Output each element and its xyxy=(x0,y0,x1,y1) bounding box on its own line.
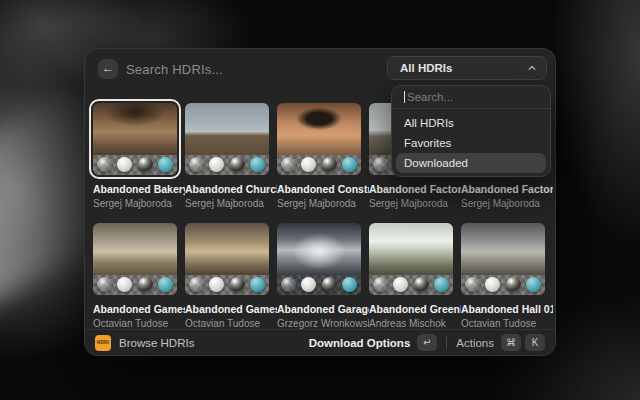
panorama-preview xyxy=(93,223,177,275)
hdri-browser-window: ← Search HDRIs... All HDRIs Abandoned Ba… xyxy=(84,48,556,356)
glass-sphere-icon xyxy=(373,157,388,172)
download-options-button[interactable]: Download Options xyxy=(309,337,411,349)
hdri-app-icon: HDRI xyxy=(95,335,111,351)
enter-key-icon[interactable]: ↵ xyxy=(417,334,437,351)
actions-button[interactable]: Actions xyxy=(456,337,494,349)
hdri-thumbnail[interactable] xyxy=(93,103,177,175)
diffuse-sphere-icon xyxy=(209,277,224,292)
hdri-author: Sergej Majboroda xyxy=(93,198,185,209)
hdri-card: Abandoned Garage Grzegorz Wronkowski xyxy=(277,223,361,329)
hdri-name: Abandoned Games R... xyxy=(185,303,277,315)
hdri-author: Sergej Majboroda xyxy=(185,198,277,209)
chrome-sphere-icon xyxy=(138,277,153,292)
diffuse-sphere-icon xyxy=(393,277,408,292)
hdri-author: Sergej Majboroda xyxy=(277,198,369,209)
chrome-sphere-icon xyxy=(230,277,245,292)
filter-option-favorites[interactable]: Favorites xyxy=(396,133,546,153)
material-spheres-strip xyxy=(93,275,177,295)
hdri-card: Abandoned Greenho... Andreas Mischok xyxy=(369,223,453,329)
panorama-preview xyxy=(185,223,269,275)
teal-sphere-icon xyxy=(158,157,173,172)
material-spheres-strip xyxy=(277,155,361,175)
text-caret xyxy=(404,91,405,103)
diffuse-sphere-icon xyxy=(117,277,132,292)
glass-sphere-icon xyxy=(189,277,204,292)
chrome-sphere-icon xyxy=(230,157,245,172)
filter-selected-label: All HDRIs xyxy=(400,62,452,74)
teal-sphere-icon xyxy=(526,277,541,292)
chrome-sphere-icon xyxy=(138,157,153,172)
hdri-thumbnail[interactable] xyxy=(185,223,269,295)
hdri-author: Sergej Majboroda xyxy=(369,198,461,209)
footer-mode-label: Browse HDRIs xyxy=(119,337,194,349)
material-spheres-strip xyxy=(185,275,269,295)
diffuse-sphere-icon xyxy=(301,277,316,292)
hdri-name: Abandoned Hall 01 xyxy=(461,303,553,315)
teal-sphere-icon xyxy=(434,277,449,292)
diffuse-sphere-icon xyxy=(485,277,500,292)
chrome-sphere-icon xyxy=(506,277,521,292)
hdri-name: Abandoned Games R... xyxy=(93,303,185,315)
panorama-preview xyxy=(461,223,545,275)
filter-search-placeholder: Search... xyxy=(407,91,453,103)
hdri-author: Grzegorz Wronkowski xyxy=(277,318,369,329)
hdri-name: Abandoned Factory... xyxy=(461,183,553,195)
hdri-card: Abandoned Bakery Sergej Majboroda xyxy=(93,103,177,209)
hdri-thumbnail[interactable] xyxy=(93,223,177,295)
teal-sphere-icon xyxy=(250,157,265,172)
teal-sphere-icon xyxy=(158,277,173,292)
back-button[interactable]: ← xyxy=(98,59,118,79)
desktop: ← Search HDRIs... All HDRIs Abandoned Ba… xyxy=(0,0,640,400)
filter-option-downloaded[interactable]: Downloaded xyxy=(396,153,546,173)
material-spheres-strip xyxy=(369,275,453,295)
hdri-card: Abandoned Hall 01 Octavian Tudose xyxy=(461,223,545,329)
material-spheres-strip xyxy=(277,275,361,295)
search-input[interactable]: Search HDRIs... xyxy=(126,62,223,77)
hdri-author: Octavian Tudose xyxy=(185,318,277,329)
diffuse-sphere-icon xyxy=(301,157,316,172)
glass-sphere-icon xyxy=(465,277,480,292)
glass-sphere-icon xyxy=(281,277,296,292)
footer-divider xyxy=(446,336,447,349)
filter-dropdown-panel: Search... All HDRIs Favorites Downloaded xyxy=(391,85,551,177)
hdri-thumbnail[interactable] xyxy=(461,223,545,295)
material-spheres-strip xyxy=(185,155,269,175)
glass-sphere-icon xyxy=(281,157,296,172)
hdri-author: Octavian Tudose xyxy=(93,318,185,329)
hdri-name: Abandoned Construc... xyxy=(277,183,369,195)
k-key-icon[interactable]: K xyxy=(525,334,545,351)
hdri-thumbnail[interactable] xyxy=(277,223,361,295)
hdri-author: Octavian Tudose xyxy=(461,318,553,329)
hdri-thumbnail[interactable] xyxy=(369,223,453,295)
glass-sphere-icon xyxy=(97,277,112,292)
teal-sphere-icon xyxy=(250,277,265,292)
panorama-preview xyxy=(93,103,177,155)
chrome-sphere-icon xyxy=(414,277,429,292)
command-key-icon[interactable]: ⌘ xyxy=(501,334,521,351)
chrome-sphere-icon xyxy=(322,277,337,292)
diffuse-sphere-icon xyxy=(117,157,132,172)
glass-sphere-icon xyxy=(373,277,388,292)
material-spheres-strip xyxy=(461,275,545,295)
hdri-name: Abandoned Bakery xyxy=(93,183,185,195)
chrome-sphere-icon xyxy=(322,157,337,172)
hdri-thumbnail[interactable] xyxy=(185,103,269,175)
filter-option-all-hdris[interactable]: All HDRIs xyxy=(396,113,546,133)
hdri-name: Abandoned Greenho... xyxy=(369,303,461,315)
hdri-name: Abandoned Church xyxy=(185,183,277,195)
hdri-card: Abandoned Games R... Octavian Tudose xyxy=(185,223,269,329)
hdri-name: Abandoned Factory... xyxy=(369,183,461,195)
filter-search-input[interactable]: Search... xyxy=(392,86,550,109)
panorama-preview xyxy=(369,223,453,275)
footer-bar: HDRI Browse HDRIs Download Options ↵ Act… xyxy=(85,329,555,355)
hdri-card: Abandoned Games R... Octavian Tudose xyxy=(93,223,177,329)
teal-sphere-icon xyxy=(342,277,357,292)
chevron-up-icon xyxy=(528,64,536,72)
panorama-preview xyxy=(185,103,269,155)
glass-sphere-icon xyxy=(97,157,112,172)
panorama-preview xyxy=(277,103,361,155)
diffuse-sphere-icon xyxy=(209,157,224,172)
panorama-preview xyxy=(277,223,361,275)
hdri-thumbnail[interactable] xyxy=(277,103,361,175)
filter-dropdown-button[interactable]: All HDRIs xyxy=(387,56,547,80)
